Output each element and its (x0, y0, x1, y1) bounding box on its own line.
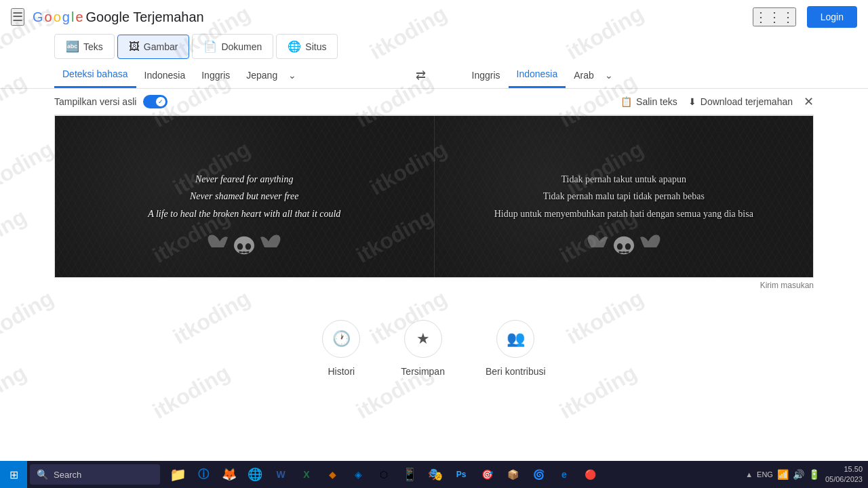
download-label: Download terjemahan (701, 96, 793, 107)
histori-icon: 🕐 (332, 330, 351, 348)
taskbar-app-vscode[interactable]: ◈ (346, 462, 370, 487)
histori-circle: 🕐 (322, 320, 360, 358)
top-bar-right: ⋮⋮⋮ Login (753, 6, 857, 28)
tersimpan-item[interactable]: ★ Tersimpan (401, 320, 445, 377)
logo-e: e (75, 9, 83, 25)
source-lang-indonesia[interactable]: Indonesia (136, 63, 194, 87)
copy-icon: 📋 (620, 96, 632, 107)
source-language-bar: Deteksi bahasa Indonesia Inggris Jepang … (54, 62, 405, 88)
tersimpan-circle: ★ (404, 320, 442, 358)
top-bar-left: ☰ Google Google Terjemahan (11, 8, 204, 26)
show-original-left: Tampilkan versi asli (54, 95, 167, 108)
taskbar-app-box[interactable]: 📦 (500, 462, 525, 487)
taskbar-app-word[interactable]: W (269, 462, 293, 487)
time-display: 15.50 (825, 464, 863, 474)
tray-sound[interactable]: 🔊 (793, 469, 804, 480)
tray-eng[interactable]: ENG (757, 470, 773, 479)
source-lang-detect[interactable]: Deteksi bahasa (54, 62, 136, 88)
source-image-panel: Never feared for anything Never shamed b… (55, 116, 435, 277)
taskbar-time: 15.50 05/06/2023 (825, 464, 863, 485)
tab-situs[interactable]: 🌐 Situs (276, 34, 338, 59)
app-title: Google Terjemahan (86, 9, 204, 25)
taskbar-app-app10[interactable]: 🎯 (475, 462, 499, 487)
dokumen-icon: 📄 (203, 40, 217, 53)
tray-wifi[interactable]: 📶 (777, 469, 789, 480)
copy-text-label: Salin teks (636, 96, 677, 107)
logo-o2: o (54, 9, 61, 25)
taskbar-app-explorer[interactable]: 📁 (165, 462, 190, 487)
taskbar-app-whatsapp[interactable]: 📱 (397, 462, 422, 487)
tab-situs-label: Situs (305, 41, 326, 52)
target-lang-arab[interactable]: Arab (566, 63, 602, 87)
target-panel-content: Tidak pernah takut untuk apapun Tidak pe… (481, 157, 767, 236)
taskbar-app-firefox[interactable]: 🦊 (217, 462, 241, 487)
source-lang-inggris[interactable]: Inggris (193, 63, 238, 87)
windows-icon: ⊞ (9, 468, 18, 481)
target-lang-inggris[interactable]: Inggris (464, 63, 509, 87)
kontribusi-item[interactable]: 👥 Beri kontribusi (486, 320, 546, 377)
tab-gambar[interactable]: 🖼 Gambar (117, 35, 190, 59)
taskbar-app-app14[interactable]: 🔴 (578, 462, 602, 487)
taskbar-app-terminal[interactable]: ◆ (320, 462, 344, 487)
show-original-label: Tampilkan versi asli (54, 96, 136, 107)
search-icon: 🔍 (37, 469, 48, 480)
tab-teks-label: Teks (83, 41, 103, 52)
feedback-link[interactable]: Kirim masukan (760, 281, 814, 290)
svg-point-7 (617, 243, 623, 250)
bottom-section: 🕐 Histori ★ Tersimpan 👥 Beri kontribusi (0, 293, 868, 390)
grid-icon-button[interactable]: ⋮⋮⋮ (753, 7, 796, 26)
tab-bar: 🔤 Teks 🖼 Gambar 📄 Dokumen 🌐 Situs (0, 34, 868, 59)
taskbar-search-text: Search (54, 470, 81, 480)
taskbar-right: ▲ ENG 📶 🔊 🔋 15.50 05/06/2023 (745, 464, 868, 485)
logo-l: l (71, 9, 74, 25)
teks-icon: 🔤 (66, 40, 79, 53)
date-display: 05/06/2023 (825, 474, 863, 485)
source-lang-more[interactable]: ⌄ (285, 63, 299, 87)
hamburger-button[interactable]: ☰ (11, 8, 24, 26)
google-logo: Google Google Terjemahan (33, 9, 204, 25)
svg-point-1 (237, 243, 243, 250)
tab-teks[interactable]: 🔤 Teks (54, 34, 115, 59)
taskbar-app-unknown1[interactable]: ⓘ (191, 462, 216, 487)
tersimpan-label: Tersimpan (401, 366, 445, 377)
target-lang-more[interactable]: ⌄ (602, 63, 616, 87)
show-original-bar: Tampilkan versi asli 📋 Salin teks ⬇ Down… (54, 89, 814, 115)
kontribusi-label: Beri kontribusi (486, 366, 546, 377)
target-lang-indonesia[interactable]: Indonesia (509, 62, 566, 88)
source-lang-jepang[interactable]: Jepang (238, 63, 285, 87)
taskbar-app-excel[interactable]: X (294, 462, 319, 487)
tray-arrow[interactable]: ▲ (745, 470, 753, 479)
svg-point-2 (245, 243, 251, 250)
logo-o1: o (45, 9, 52, 25)
tab-dokumen-label: Dokumen (221, 41, 262, 52)
gambar-icon: 🖼 (129, 41, 140, 53)
target-lyrics: Tidak pernah takut untuk apapun Tidak pe… (494, 171, 753, 222)
taskbar-search[interactable]: 🔍 Search (30, 464, 160, 485)
taskbar-app-photoshop[interactable]: Ps (449, 462, 473, 487)
taskbar-app-app12[interactable]: 🌀 (526, 462, 551, 487)
taskbar-app-chrome[interactable]: 🌐 (243, 462, 267, 487)
tersimpan-icon: ★ (416, 330, 430, 348)
logo-g2: g (62, 9, 70, 25)
show-original-toggle[interactable] (143, 95, 167, 108)
swap-languages-button[interactable]: ⇄ (405, 68, 437, 83)
kontribusi-circle: 👥 (496, 320, 534, 358)
histori-item[interactable]: 🕐 Histori (322, 320, 360, 377)
download-button[interactable]: ⬇ Download terjemahan (688, 96, 793, 107)
source-lyrics: Never feared for anything Never shamed b… (148, 171, 340, 222)
close-button[interactable]: ✕ (804, 94, 814, 109)
taskbar-app-app8[interactable]: 🎭 (423, 462, 448, 487)
copy-text-button[interactable]: 📋 Salin teks (620, 96, 677, 107)
tray-battery[interactable]: 🔋 (808, 469, 820, 480)
top-bar: ☰ Google Google Terjemahan ⋮⋮⋮ Login (0, 0, 868, 34)
situs-icon: 🌐 (288, 40, 301, 53)
start-button[interactable]: ⊞ (0, 461, 27, 488)
download-icon: ⬇ (688, 96, 696, 107)
taskbar: ⊞ 🔍 Search 📁 ⓘ 🦊 🌐 W X ◆ ◈ ⬡ 📱 🎭 Ps 🎯 📦 … (0, 461, 868, 488)
svg-point-8 (625, 243, 631, 250)
tab-dokumen[interactable]: 📄 Dokumen (192, 34, 273, 59)
taskbar-app-edge[interactable]: e (552, 462, 576, 487)
login-button[interactable]: Login (807, 6, 857, 28)
taskbar-app-app6[interactable]: ⬡ (372, 462, 396, 487)
target-image-panel: Tidak pernah takut untuk apapun Tidak pe… (435, 116, 814, 277)
